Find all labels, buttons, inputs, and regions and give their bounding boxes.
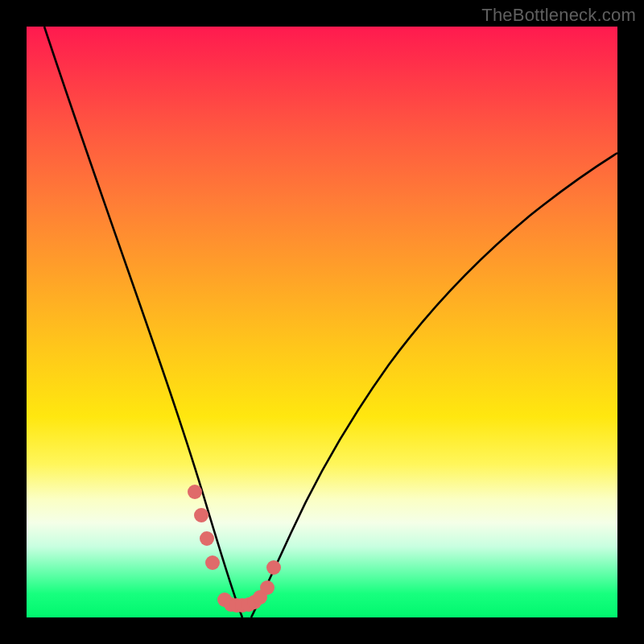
svg-point-0 <box>188 485 202 499</box>
right-curve <box>251 153 617 617</box>
svg-point-12 <box>266 560 281 575</box>
svg-point-11 <box>260 580 275 595</box>
svg-point-2 <box>200 531 214 546</box>
svg-point-1 <box>194 508 208 522</box>
chart-svg <box>27 27 617 617</box>
plot-area <box>27 27 617 617</box>
chart-frame: TheBottleneck.com <box>0 0 644 644</box>
svg-point-3 <box>205 555 220 570</box>
watermark-text: TheBottleneck.com <box>481 5 636 26</box>
left-curve <box>44 27 242 617</box>
